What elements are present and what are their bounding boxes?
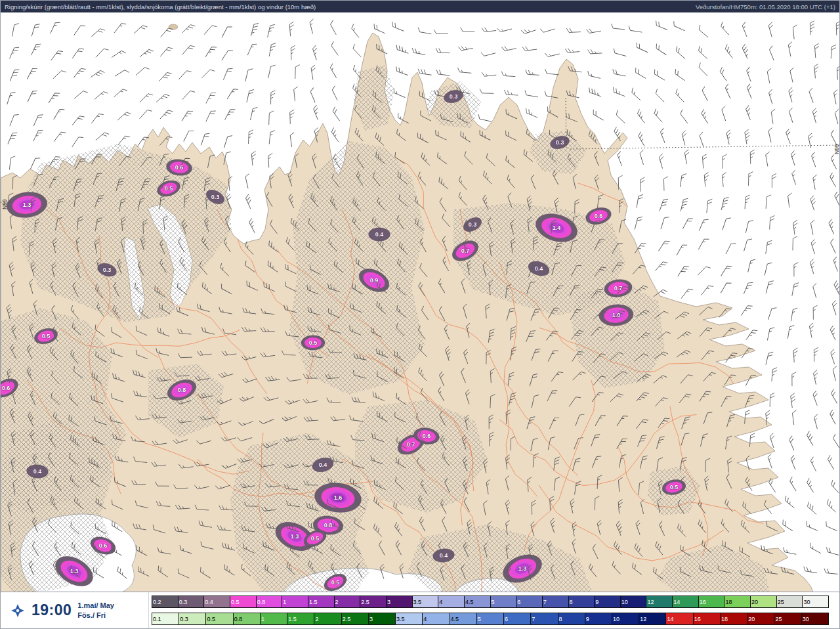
- legend-cell: 7: [543, 596, 569, 607]
- precip-value-label: 1.3: [70, 568, 79, 575]
- legend-cell: 9: [585, 613, 612, 624]
- precip-value-label: 0.4: [33, 468, 42, 475]
- legend-cell: 4: [423, 613, 450, 624]
- precip-value-label: 0.5: [165, 185, 173, 192]
- forecast-time: 19:00: [32, 601, 72, 619]
- legend-cell: 4: [438, 596, 465, 607]
- legend-cell: 0.3: [179, 613, 206, 624]
- legend-cell: 6: [504, 613, 531, 624]
- map-area: N99 N99 0.30.30.60.50.31.30.31.40.60.30.…: [1, 12, 840, 593]
- legend-cell: 8: [569, 596, 595, 607]
- legend-cell: 18: [721, 613, 747, 624]
- precip-value-label: 0.6: [423, 433, 431, 439]
- legend-cell: 10: [612, 613, 639, 624]
- legend-cell: 14: [673, 596, 699, 607]
- footer-bar: 19:00 1.maí/ May Fös./ Fri 0.20.30.40.50…: [1, 592, 839, 628]
- legend-cell: 16: [694, 613, 721, 624]
- legend-cell: 25: [774, 613, 801, 624]
- precip-value-label: 0.8: [178, 387, 186, 393]
- precip-value-label: 0.4: [535, 265, 543, 272]
- wind-rose-icon: [10, 603, 26, 618]
- legend-cell: 2.5: [360, 596, 387, 607]
- legend-cell: 1: [282, 596, 308, 607]
- precip-value-label: 0.3: [450, 93, 458, 100]
- model-run-info: Veðurstofan/HM750m: 01.05.2020 18:00 UTC…: [696, 3, 835, 11]
- precip-value-label: 0.5: [311, 535, 320, 542]
- precipitation-legend: 0.20.30.40.50.811.522.533.544.5567891012…: [149, 592, 839, 628]
- precip-value-label: 1.3: [23, 202, 32, 208]
- precip-value-label: 0.3: [469, 221, 477, 228]
- precip-value-label: 1.3: [518, 565, 527, 572]
- legend-cell: 3.5: [413, 596, 439, 607]
- legend-cell: 5: [477, 613, 504, 624]
- precip-value-label: 0.5: [309, 339, 318, 346]
- legend-cell: 4.5: [465, 596, 491, 607]
- legend-cell: 25: [777, 596, 803, 607]
- legend-cell: 20: [747, 613, 774, 624]
- precip-value-label: 1.6: [334, 494, 343, 501]
- precip-value-label: 1.4: [553, 225, 561, 231]
- legend-cell: 30: [802, 613, 828, 624]
- legend-cell: 1: [261, 613, 287, 624]
- legend-cell: 8: [558, 613, 585, 624]
- iceland-weather-map: N99 N99 0.30.30.60.50.31.30.31.40.60.30.…: [1, 12, 840, 593]
- legend-cell: 3: [369, 613, 396, 624]
- precip-value-label: 0.6: [595, 213, 603, 219]
- legend-cell: 20: [751, 596, 777, 607]
- grid-label-right: N99: [833, 144, 840, 154]
- rain-scale-row: 0.10.30.50.811.522.533.544.5567891012141…: [152, 613, 829, 625]
- legend-cell: 16: [699, 596, 725, 607]
- legend-cell: 0.3: [178, 596, 205, 607]
- precip-value-label: 0.7: [614, 285, 623, 292]
- precip-value-label: 0.5: [331, 579, 340, 586]
- legend-cell: 2: [314, 613, 341, 624]
- map-legend-title: Rigning/skúrir (grænt/blátt/rautt - mm/1…: [5, 3, 316, 11]
- precip-value-label: 0.3: [556, 139, 564, 146]
- legend-cell: 1.5: [287, 613, 314, 624]
- legend-cell: 0.5: [206, 613, 233, 624]
- precip-value-label: 0.5: [670, 484, 679, 490]
- precip-value-label: 0.8: [324, 522, 333, 529]
- precip-value-label: 0.7: [407, 441, 415, 448]
- legend-cell: 0.8: [234, 613, 261, 624]
- precip-value-label: 0.7: [461, 248, 470, 254]
- legend-cell: 12: [646, 596, 673, 607]
- precip-value-label: 0.9: [370, 277, 379, 284]
- legend-cell: 14: [666, 613, 693, 624]
- precip-value-label: 0.4: [375, 231, 384, 238]
- precip-value-label: 1.3: [291, 533, 299, 540]
- legend-cell: 5: [491, 596, 517, 607]
- legend-cell: 6: [516, 596, 543, 607]
- precip-hatch-area: [230, 433, 369, 593]
- legend-cell: 0.8: [257, 596, 283, 607]
- legend-cell: 0.2: [152, 596, 178, 607]
- sleet-scale-row: 0.20.30.40.50.811.522.533.544.5567891012…: [152, 596, 829, 608]
- legend-cell: 9: [595, 596, 621, 607]
- forecast-date-line2: Fös./ Fri: [77, 611, 114, 620]
- legend-cell: 0.1: [152, 613, 179, 624]
- legend-cell: 18: [724, 596, 751, 607]
- precip-value-label: 0.4: [319, 462, 327, 468]
- legend-cell: 2.5: [342, 613, 369, 624]
- precip-value-label: 0.3: [103, 267, 112, 273]
- forecast-date: 1.maí/ May Fös./ Fri: [77, 601, 114, 620]
- legend-cell: 2: [335, 596, 361, 607]
- legend-cell: 0.4: [204, 596, 230, 607]
- precip-value-label: 0.5: [42, 333, 51, 339]
- forecast-date-line1: 1.maí/ May: [77, 601, 114, 610]
- header-bar: Rigning/skúrir (grænt/blátt/rautt - mm/1…: [1, 1, 839, 12]
- legend-cell: 3.5: [396, 613, 423, 624]
- legend-cell: 12: [639, 613, 666, 624]
- legend-cell: 7: [531, 613, 558, 624]
- precip-value-label: 0.6: [175, 164, 184, 171]
- precip-value-label: 0.3: [211, 194, 220, 200]
- legend-cell: 10: [621, 596, 647, 607]
- forecast-time-box: 19:00 1.maí/ May Fös./ Fri: [1, 592, 149, 628]
- legend-cell: 1.5: [308, 596, 335, 607]
- precip-value-label: 0.4: [440, 552, 448, 559]
- legend-cell: 30: [803, 596, 828, 607]
- legend-cell: 4.5: [450, 613, 477, 624]
- precip-value-label: 1.0: [612, 312, 621, 318]
- legend-cell: 0.5: [230, 596, 257, 607]
- precip-value-label: 0.6: [2, 385, 10, 391]
